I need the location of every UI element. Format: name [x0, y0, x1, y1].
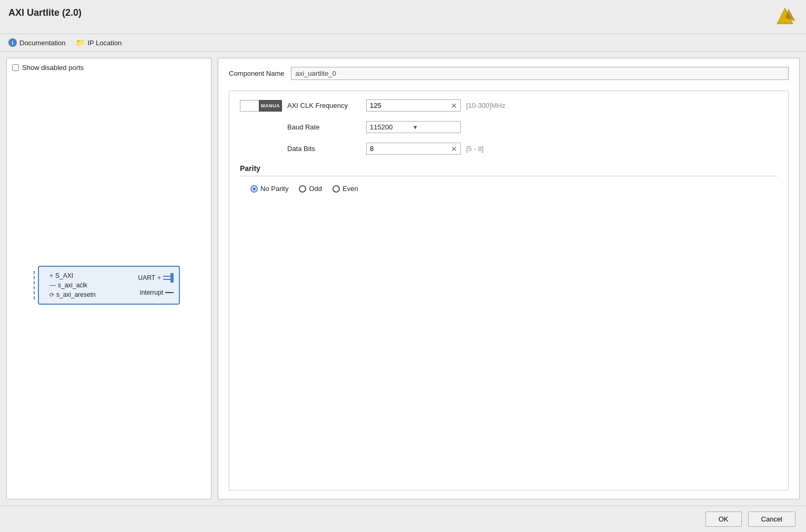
data-bits-clear-btn[interactable]: ✕ [451, 145, 457, 153]
show-disabled-checkbox[interactable] [12, 64, 19, 71]
axi-clk-hint: [10-300]MHz [466, 102, 505, 109]
parity-odd[interactable]: Odd [299, 185, 322, 193]
clk-indicator: MANUA [240, 100, 282, 112]
s-axi-aclk-port: — s_axi_aclk [49, 282, 96, 289]
ip-location-label: IP Location [87, 39, 122, 47]
baud-rate-label: Baud Rate [287, 123, 361, 131]
component-name-input[interactable] [291, 67, 789, 80]
uart-port: UART + [138, 273, 174, 283]
reset-icon: ⟳ [49, 292, 54, 298]
data-bits-input[interactable] [370, 145, 449, 153]
parity-even-label: Even [342, 185, 358, 193]
bus-end [170, 273, 174, 283]
axi-clk-clear-btn[interactable]: ✕ [451, 102, 457, 109]
parity-no-parity[interactable]: No Parity [250, 185, 288, 193]
interrupt-port: interrupt [140, 289, 174, 296]
data-bits-input-wrapper: ✕ [366, 143, 461, 155]
s-axi-aresetn-label: s_axi_aresetn [56, 291, 96, 298]
toolbar: i Documentation 📁 IP Location [0, 34, 806, 52]
baud-rate-select[interactable]: 115200 ▾ [366, 121, 461, 133]
parity-title: Parity [240, 164, 778, 176]
s-axi-aresetn-port: ⟳ s_axi_aresetn [49, 291, 96, 298]
data-bits-row: Data Bits ✕ [5 - 8] [240, 143, 778, 155]
config-section: MANUA AXI CLK Frequency ✕ [10-300]MHz Ba… [229, 91, 789, 490]
radio-no-parity-dot [253, 187, 256, 190]
dashed-border [34, 271, 35, 299]
axi-clk-label: AXI CLK Frequency [287, 102, 361, 109]
radio-no-parity-circle [250, 185, 258, 193]
main-container: AXI Uartlite (2.0) i Documentation 📁 IP … [0, 0, 806, 532]
plus-icon: + [49, 272, 53, 279]
info-icon: i [8, 38, 17, 47]
bus-line [163, 276, 170, 280]
radio-even-circle [333, 185, 340, 193]
documentation-label: Documentation [19, 39, 65, 47]
interrupt-dash [165, 292, 174, 293]
right-connector [165, 292, 174, 293]
show-disabled-row: Show disabled ports [12, 64, 206, 72]
parity-odd-label: Odd [309, 185, 322, 193]
component-name-row: Component Name [229, 67, 789, 80]
s-axi-label: S_AXI [55, 272, 73, 279]
parity-even[interactable]: Even [333, 185, 358, 193]
clk-bar [240, 100, 259, 112]
documentation-link[interactable]: i Documentation [8, 36, 65, 49]
content-area: Show disabled ports + S_AXI — s_a [0, 52, 806, 506]
ip-block-inner: + S_AXI — s_axi_aclk ⟳ s_axi_aresetn [49, 272, 174, 298]
s-axi-port: + S_AXI [49, 272, 96, 279]
xilinx-logo [772, 5, 798, 31]
cancel-button[interactable]: Cancel [748, 511, 795, 527]
right-panel: Component Name MANUA AXI CLK Frequency ✕ [218, 58, 800, 499]
data-bits-label: Data Bits [287, 145, 361, 153]
footer: OK Cancel [0, 506, 806, 532]
axi-clk-input-wrapper: ✕ [366, 99, 461, 112]
header: AXI Uartlite (2.0) [0, 0, 806, 34]
folder-icon: 📁 [76, 38, 85, 47]
ports-right: UART + interrupt [138, 273, 174, 296]
parity-no-parity-label: No Parity [260, 185, 288, 193]
parity-section: Parity No Parity Odd [240, 164, 778, 193]
bus-connector [163, 273, 174, 283]
window-title: AXI Uartlite (2.0) [8, 5, 82, 18]
ip-block: + S_AXI — s_axi_aclk ⟳ s_axi_aresetn [38, 266, 180, 305]
component-name-label: Component Name [229, 69, 285, 77]
ok-button[interactable]: OK [706, 511, 742, 527]
chevron-down-icon: ▾ [414, 123, 457, 131]
radio-odd-circle [299, 185, 306, 193]
axi-clk-row: MANUA AXI CLK Frequency ✕ [10-300]MHz [240, 99, 778, 112]
baud-rate-row: Baud Rate 115200 ▾ [240, 121, 778, 133]
s-axi-aclk-label: s_axi_aclk [58, 282, 87, 289]
clk-badge: MANUA [259, 100, 282, 112]
interrupt-label: interrupt [140, 289, 163, 296]
left-panel: Show disabled ports + S_AXI — s_a [6, 58, 211, 499]
ip-location-link[interactable]: 📁 IP Location [76, 36, 122, 49]
parity-options: No Parity Odd Even [240, 182, 778, 193]
uart-plus-icon: + [157, 274, 161, 282]
diagram-area: + S_AXI — s_axi_aclk ⟳ s_axi_aresetn [12, 77, 206, 494]
data-bits-hint: [5 - 8] [466, 145, 483, 153]
show-disabled-label: Show disabled ports [22, 64, 84, 72]
dash-icon: — [49, 282, 56, 289]
baud-rate-value: 115200 [370, 123, 414, 131]
uart-label: UART [138, 274, 155, 282]
axi-clk-input[interactable] [370, 102, 449, 109]
ports-left: + S_AXI — s_axi_aclk ⟳ s_axi_aresetn [49, 272, 96, 298]
